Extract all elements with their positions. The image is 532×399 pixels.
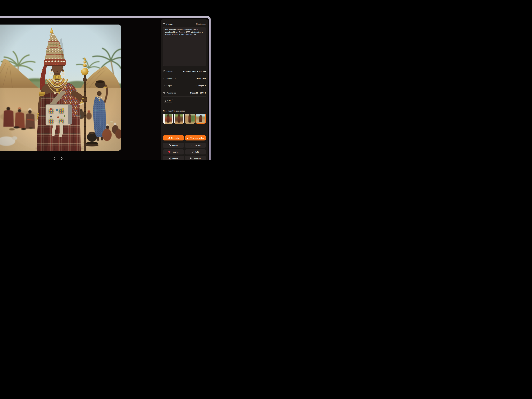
chevron-right-icon: [61, 157, 63, 160]
type-icon: [163, 23, 165, 25]
dimensions-label: Dimensions: [166, 77, 176, 80]
parameters-value: Steps: 25 • CFG: 4: [190, 92, 206, 94]
thumbnail-3-figure: [188, 114, 191, 123]
more-from-generation-title: More from this generation: [163, 110, 206, 112]
visibility-label: Public: [167, 100, 172, 102]
created-value: August 23, 2025 at 2:37 AM: [183, 70, 206, 72]
dimensions-value: 1024 × 1024: [196, 77, 206, 80]
download-icon: [190, 157, 192, 159]
generated-image: [0, 25, 121, 151]
upscale-button[interactable]: Upscale: [185, 143, 206, 148]
prompt-text: Full body of Chief of Dadieso and Sanwi …: [165, 29, 203, 36]
thumbnail-4-selected[interactable]: [196, 114, 206, 124]
generation-thumbnails: [163, 114, 206, 124]
refresh-icon: [168, 137, 170, 139]
engine-label: Engine: [166, 85, 172, 87]
click-to-copy[interactable]: Click to copy: [196, 23, 206, 25]
heart-icon: [168, 151, 171, 153]
details-panel: Prompt Click to copy Full body of Chief …: [161, 19, 208, 160]
edit-button[interactable]: Edit: [185, 149, 206, 154]
favorite-label: Favorite: [172, 151, 179, 153]
download-label: Download: [193, 157, 201, 159]
delete-button[interactable]: Delete: [163, 156, 184, 160]
publish-label: Publish: [172, 144, 178, 146]
parameters-label: Parameters: [166, 92, 176, 94]
dimensions-row: Dimensions 1024 × 1024: [163, 75, 206, 82]
previous-image-button[interactable]: [53, 157, 56, 160]
engine-row: Engine Imagen 4: [163, 82, 206, 89]
thumbnail-4-figure: [199, 115, 202, 122]
thumbnail-1[interactable]: [163, 114, 173, 124]
engine-value: Imagen 4: [195, 85, 206, 87]
recreate-label: Recreate: [171, 137, 179, 139]
imagen-star-icon: [195, 85, 197, 87]
recreate-button[interactable]: Recreate: [163, 135, 184, 140]
thumbnail-3[interactable]: [185, 114, 195, 124]
globe-icon: [165, 100, 166, 102]
arrow-up-right-icon: [190, 144, 192, 146]
detail-rows: Created August 23, 2025 at 2:37 AM Dimen…: [163, 68, 206, 97]
delete-label: Delete: [172, 157, 178, 159]
calendar-icon: [163, 70, 165, 72]
turn-into-video-button[interactable]: Turn into Video: [185, 135, 206, 140]
turn-into-video-label: Turn into Video: [190, 137, 204, 139]
engine-name: Imagen 4: [198, 85, 206, 87]
visibility-badge: Public: [163, 99, 173, 103]
village-chief-scene: [0, 25, 121, 151]
upscale-label: Upscale: [194, 144, 201, 146]
video-camera-icon: [187, 137, 189, 139]
layout-icon: [163, 77, 165, 80]
download-button[interactable]: Download: [185, 156, 206, 160]
sliders-icon: [163, 92, 165, 94]
created-label: Created: [166, 70, 173, 72]
publish-button[interactable]: Publish: [163, 143, 184, 148]
prompt-box[interactable]: Full body of Chief of Dadieso and Sanwi …: [163, 27, 206, 66]
thumbnail-2[interactable]: [174, 114, 184, 124]
favorite-button[interactable]: Favorite: [163, 149, 184, 154]
share-icon: [169, 144, 171, 146]
prompt-header: Prompt Click to copy: [163, 23, 206, 25]
action-footer: Recreate Turn into Video Publish: [161, 133, 208, 160]
chevron-left-icon: [53, 157, 55, 160]
next-image-button[interactable]: [60, 157, 63, 160]
created-row: Created August 23, 2025 at 2:37 AM: [163, 68, 206, 75]
pencil-icon: [192, 151, 194, 153]
prompt-label: Prompt: [166, 23, 173, 25]
thumbnail-1-figure: [167, 114, 169, 123]
parameters-row: Parameters Steps: 25 • CFG: 4: [163, 89, 206, 97]
trash-icon: [169, 157, 171, 159]
engine-icon: [163, 85, 165, 87]
edit-label: Edit: [196, 151, 199, 153]
thumbnail-2-figure: [177, 114, 180, 123]
app-screen: Prompt Click to copy Full body of Chief …: [0, 0, 213, 160]
